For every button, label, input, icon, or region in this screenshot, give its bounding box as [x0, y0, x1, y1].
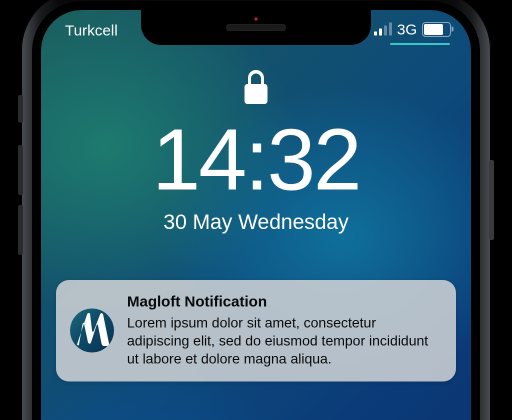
- screen[interactable]: Turkcell 3G: [41, 10, 471, 420]
- notification-text: Magloft Notification Lorem ipsum dolor s…: [127, 293, 442, 368]
- volume-down-button[interactable]: [18, 205, 23, 255]
- power-button[interactable]: [489, 160, 494, 240]
- notification-card[interactable]: Magloft Notification Lorem ipsum dolor s…: [56, 280, 456, 382]
- lockscreen-content: 14:32 30 May Wednesday: [41, 10, 471, 234]
- lock-icon: [244, 70, 268, 104]
- mute-switch[interactable]: [18, 95, 23, 122]
- phone-frame-outer: Turkcell 3G: [21, 0, 491, 420]
- canvas: Turkcell 3G: [0, 0, 512, 420]
- clock-date: 30 May Wednesday: [41, 210, 471, 234]
- phone-frame-inner: Turkcell 3G: [32, 1, 480, 420]
- volume-up-button[interactable]: [18, 145, 23, 195]
- clock-time: 14:32: [41, 116, 471, 203]
- notification-app-icon: [70, 308, 114, 352]
- notification-title: Magloft Notification: [127, 293, 442, 310]
- notification-body: Lorem ipsum dolor sit amet, consectetur …: [127, 314, 442, 368]
